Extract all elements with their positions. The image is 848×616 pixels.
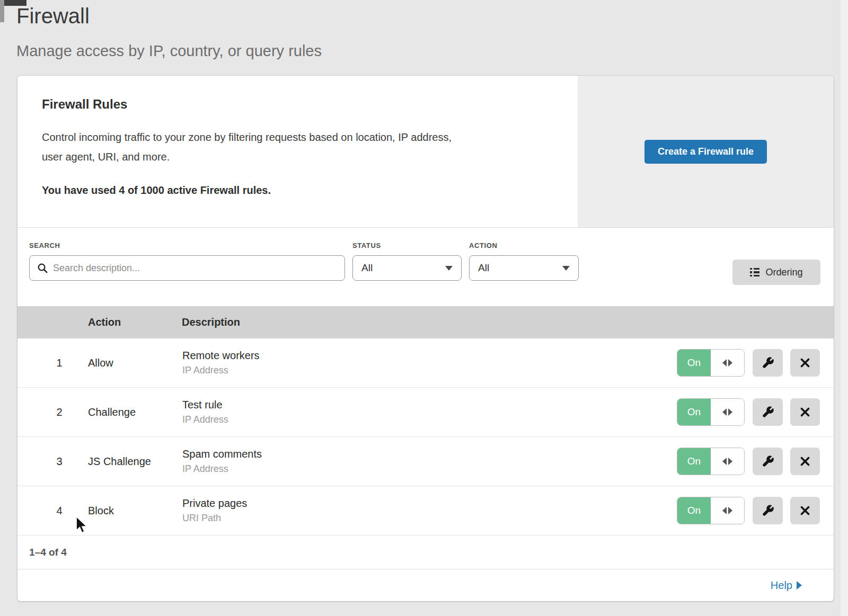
- ordered-list-icon: [750, 268, 759, 277]
- toggle-handle: [711, 497, 744, 524]
- toggle-on-label: On: [677, 350, 711, 376]
- edit-rule-button[interactable]: [753, 398, 783, 426]
- firewall-rules-card: Create a Firewall rule Firewall Rules Co…: [17, 76, 834, 601]
- page-subtitle: Manage access by IP, country, or query r…: [16, 42, 322, 60]
- action-label: ACTION: [469, 242, 497, 249]
- rules-table-body: 1 Allow Remote workers IP Address On: [17, 338, 834, 535]
- rule-action: Challenge: [88, 406, 163, 418]
- toggle-on-label: On: [677, 448, 711, 475]
- delete-rule-button[interactable]: [790, 398, 820, 426]
- toggle-left-arrow-icon: [722, 507, 727, 514]
- wrench-icon: [762, 504, 774, 517]
- help-row: Help: [17, 569, 834, 601]
- table-row: 2 Challenge Test rule IP Address On: [17, 388, 834, 437]
- column-header-action: Action: [88, 316, 121, 328]
- toggle-left-arrow-icon: [722, 458, 727, 465]
- close-icon: [800, 358, 810, 368]
- ordering-button[interactable]: Ordering: [732, 260, 820, 285]
- rule-priority-number: 4: [50, 505, 68, 517]
- edit-rule-button[interactable]: [753, 448, 783, 475]
- toggle-left-arrow-icon: [722, 408, 727, 416]
- page-title: Firewall: [16, 4, 90, 28]
- close-icon: [800, 505, 810, 516]
- toggle-on-label: On: [677, 399, 711, 425]
- help-link-label: Help: [771, 579, 792, 592]
- chevron-down-icon: [445, 266, 453, 271]
- rule-enabled-toggle[interactable]: On: [677, 398, 745, 426]
- info-section: Create a Firewall rule Firewall Rules Co…: [17, 76, 834, 228]
- help-link[interactable]: Help: [771, 579, 802, 592]
- toggle-right-arrow-icon: [728, 408, 732, 416]
- window-edge-artifact: [841, 0, 848, 616]
- edit-rule-button[interactable]: [753, 497, 783, 524]
- window-edge-artifact: [0, 0, 4, 22]
- rule-priority-number: 1: [50, 357, 68, 369]
- search-input-wrapper: [29, 255, 345, 281]
- table-row: 3 JS Challenge Spam comments IP Address …: [17, 437, 834, 486]
- edit-rule-button[interactable]: [753, 349, 783, 377]
- table-row: 4 Block Private pages URI Path On: [17, 486, 834, 535]
- rule-action: JS Challenge: [88, 456, 163, 468]
- rule-controls: On: [677, 388, 820, 436]
- toggle-right-arrow-icon: [728, 507, 732, 514]
- status-select-value: All: [361, 262, 373, 274]
- rule-priority-number: 2: [50, 406, 68, 418]
- create-rule-panel: Create a Firewall rule: [578, 76, 834, 228]
- search-label: SEARCH: [29, 242, 60, 249]
- wrench-icon: [762, 455, 774, 468]
- table-header: Action Description: [17, 306, 834, 338]
- chevron-down-icon: [562, 266, 570, 271]
- rule-enabled-toggle[interactable]: On: [677, 497, 745, 524]
- delete-rule-button[interactable]: [790, 448, 820, 475]
- toggle-right-arrow-icon: [728, 458, 732, 465]
- close-icon: [800, 456, 810, 467]
- rule-action: Block: [88, 505, 163, 517]
- action-select-value: All: [478, 262, 489, 274]
- status-select[interactable]: All: [352, 255, 462, 281]
- status-label: STATUS: [352, 242, 381, 249]
- search-icon: [37, 263, 48, 274]
- action-select[interactable]: All: [469, 255, 579, 281]
- column-header-description: Description: [182, 316, 240, 328]
- rules-usage-text: You have used 4 of 1000 active Firewall …: [42, 184, 271, 197]
- delete-rule-button[interactable]: [790, 349, 820, 377]
- wrench-icon: [762, 356, 774, 369]
- info-heading: Firewall Rules: [42, 97, 127, 112]
- pagination-row: 1–4 of 4: [17, 535, 834, 569]
- rule-enabled-toggle[interactable]: On: [677, 349, 745, 377]
- rule-controls: On: [677, 338, 820, 387]
- toggle-right-arrow-icon: [728, 359, 732, 367]
- info-description-line2: user agent, URI, and more.: [42, 147, 452, 167]
- close-icon: [800, 407, 810, 417]
- pagination-text: 1–4 of 4: [29, 547, 67, 558]
- table-row: 1 Allow Remote workers IP Address On: [17, 338, 834, 388]
- rule-action: Allow: [88, 357, 163, 369]
- rule-enabled-toggle[interactable]: On: [677, 448, 745, 475]
- delete-rule-button[interactable]: [790, 497, 820, 524]
- toggle-handle: [711, 448, 744, 475]
- help-arrow-icon: [797, 581, 802, 590]
- info-description-line1: Control incoming traffic to your zone by…: [42, 128, 452, 147]
- search-input[interactable]: [53, 263, 338, 274]
- info-description: Control incoming traffic to your zone by…: [42, 128, 452, 167]
- rule-priority-number: 3: [50, 456, 68, 468]
- rule-controls: On: [677, 437, 820, 486]
- create-firewall-rule-button[interactable]: Create a Firewall rule: [644, 140, 767, 164]
- filter-section: SEARCH STATUS ACTION All All Ordering: [17, 228, 834, 306]
- rule-controls: On: [677, 486, 820, 535]
- toggle-handle: [711, 399, 744, 425]
- wrench-icon: [762, 406, 774, 418]
- toggle-handle: [711, 350, 744, 376]
- toggle-left-arrow-icon: [722, 359, 727, 367]
- toggle-on-label: On: [677, 497, 711, 524]
- ordering-button-label: Ordering: [765, 267, 802, 278]
